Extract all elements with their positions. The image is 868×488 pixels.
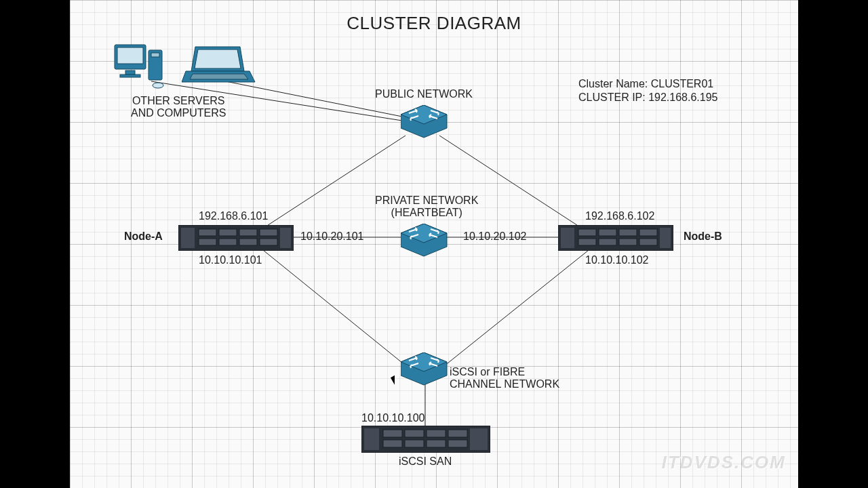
svg-rect-40 bbox=[383, 430, 402, 437]
svg-rect-34 bbox=[599, 239, 616, 245]
public-network-label: PUBLIC NETWORK bbox=[375, 88, 473, 100]
node-a-private-ip: 10.10.20.101 bbox=[300, 230, 363, 243]
svg-rect-37 bbox=[660, 228, 671, 248]
san-label: iSCSI SAN bbox=[399, 455, 452, 468]
node-b-server-icon bbox=[558, 225, 673, 251]
diagram-title: CLUSTER DIAGRAM bbox=[70, 14, 798, 34]
cluster-name-label: Cluster Name: CLUSTER01 bbox=[578, 78, 713, 90]
san-ip: 10.10.10.100 bbox=[361, 412, 425, 424]
svg-rect-43 bbox=[448, 430, 467, 437]
svg-rect-36 bbox=[639, 239, 657, 245]
node-b-public-ip: 192.168.6.102 bbox=[585, 210, 654, 222]
svg-rect-39 bbox=[364, 428, 379, 450]
svg-rect-19 bbox=[219, 229, 237, 236]
svg-rect-30 bbox=[599, 229, 616, 236]
svg-rect-28 bbox=[561, 228, 574, 248]
svg-rect-14 bbox=[151, 53, 159, 57]
svg-rect-31 bbox=[619, 229, 637, 236]
node-a-name: Node-A bbox=[124, 230, 163, 243]
public-switch-icon bbox=[401, 105, 448, 139]
svg-rect-12 bbox=[120, 75, 140, 77]
private-network-label: PRIVATE NETWORK (HEARTBEAT) bbox=[375, 195, 478, 220]
svg-rect-11 bbox=[125, 70, 135, 75]
svg-rect-29 bbox=[578, 229, 596, 236]
svg-rect-33 bbox=[578, 239, 596, 245]
svg-rect-10 bbox=[117, 47, 143, 64]
svg-rect-20 bbox=[239, 229, 257, 236]
svg-rect-22 bbox=[199, 239, 216, 245]
diagram-canvas: CLUSTER DIAGRAM Cluster Name: CLUSTER01 … bbox=[70, 0, 798, 488]
node-a-public-ip: 192.168.6.101 bbox=[199, 210, 268, 222]
node-a-server-icon bbox=[178, 225, 294, 251]
svg-line-7 bbox=[444, 247, 592, 366]
storage-network-label: iSCSI or FIBRE CHANNEL NETWORK bbox=[450, 366, 559, 391]
svg-rect-46 bbox=[427, 440, 446, 447]
svg-rect-47 bbox=[448, 440, 467, 447]
svg-rect-32 bbox=[639, 229, 657, 236]
svg-rect-25 bbox=[260, 239, 277, 245]
storage-switch-icon bbox=[401, 352, 448, 386]
svg-rect-41 bbox=[405, 430, 424, 437]
laptop-icon bbox=[182, 44, 256, 92]
svg-rect-42 bbox=[427, 430, 446, 437]
node-b-private-ip: 10.10.20.102 bbox=[463, 230, 526, 243]
svg-rect-48 bbox=[470, 428, 488, 450]
svg-rect-44 bbox=[383, 440, 402, 447]
svg-rect-35 bbox=[619, 239, 637, 245]
desktop-pc-icon bbox=[111, 41, 172, 95]
san-server-icon bbox=[361, 426, 490, 453]
svg-rect-17 bbox=[181, 228, 195, 248]
private-switch-icon bbox=[401, 224, 448, 258]
cluster-ip-label: CLUSTER IP: 192.168.6.195 bbox=[578, 92, 717, 104]
svg-rect-26 bbox=[280, 228, 291, 248]
watermark: ITDVDS.COM bbox=[662, 452, 786, 473]
svg-rect-18 bbox=[199, 229, 216, 236]
node-b-storage-ip: 10.10.10.102 bbox=[585, 254, 648, 266]
node-b-name: Node-B bbox=[684, 230, 722, 243]
svg-rect-21 bbox=[260, 229, 277, 236]
svg-rect-45 bbox=[405, 440, 424, 447]
svg-rect-24 bbox=[239, 239, 257, 245]
svg-line-6 bbox=[260, 247, 406, 366]
node-a-storage-ip: 10.10.10.101 bbox=[199, 254, 262, 266]
svg-point-15 bbox=[153, 83, 163, 88]
svg-rect-23 bbox=[219, 239, 237, 245]
other-servers-label: OTHER SERVERS AND COMPUTERS bbox=[131, 95, 226, 120]
